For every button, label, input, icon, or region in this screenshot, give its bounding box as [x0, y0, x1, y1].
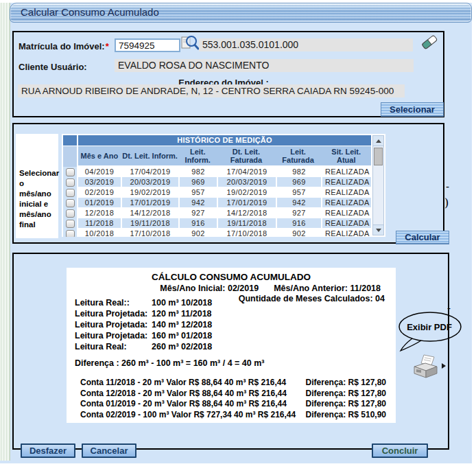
column-header: Leit. Inform. [179, 146, 216, 165]
printer-arrow-icon [442, 363, 446, 369]
stray-mark: ) [444, 196, 449, 209]
leitura-value: 160 m³ 01/2018 [152, 331, 212, 342]
matricula-label-text: Matrícula do Imóvel: [19, 41, 105, 51]
conta-diferenca: Diferença: R$ 127,80 [306, 399, 386, 410]
window-titlebar: Calcular Consumo Acumulado [10, 3, 472, 23]
scrollbar-thumb[interactable] [374, 148, 383, 165]
leituras-list: Leitura Real::100 m³ 10/2018Leitura Proj… [75, 298, 388, 353]
leitura-value: 140 m³ 12/2018 [152, 320, 212, 331]
cliente-field: EVALDO ROSA DO NASCIMENTO [115, 59, 414, 72]
row-select-checkbox[interactable] [66, 230, 75, 238]
leitura-label: Leitura Real:: [75, 298, 152, 309]
table-cell: REALIZADA [322, 229, 371, 237]
cliente-label: Cliente Usuário: [19, 62, 87, 72]
table-cell: 12/2018 [78, 208, 121, 218]
matricula-codigo-field: 553.001.035.0101.000 [199, 38, 413, 51]
table-scrollbar[interactable] [372, 135, 384, 235]
table-cell: 14/12/2018 [122, 208, 178, 218]
table-row: 11/201819/11/201891619/11/2018916REALIZA… [78, 218, 371, 228]
calcular-button[interactable]: Calcular [396, 231, 449, 244]
search-icon[interactable] [180, 34, 200, 53]
scroll-down-button[interactable] [373, 224, 383, 235]
table-cell: 19/02/2019 [122, 187, 178, 197]
concluir-button[interactable]: Concluir [372, 443, 428, 458]
side-instruction: Selecionar o mês/ano inicial e mês/ano f… [16, 134, 58, 238]
conta-line: Conta 02/2019 - 100 m³ Valor R$ 727,34 4… [80, 410, 386, 421]
endereco-field: RUA ARNOUD RIBEIRO DE ANDRADE, N, 12 - C… [18, 84, 405, 97]
table-cell: 14/12/2018 [218, 208, 276, 218]
matricula-input[interactable] [115, 38, 180, 52]
page-edge-right [472, 0, 476, 473]
table-cell: 02/2019 [78, 187, 121, 197]
selecionar-button[interactable]: Selecionar [381, 102, 444, 116]
historico-panel: Selecionar o mês/ano inicial e mês/ano f… [12, 123, 444, 244]
leitura-value: 100 m³ 10/2018 [152, 298, 212, 309]
table-cell: REALIZADA [322, 208, 371, 218]
table-cell: 19/11/2018 [122, 218, 178, 228]
leitura-line: Leitura Real:260 m³ 02/2018 [75, 342, 388, 353]
table-row: 04/201917/04/201998217/04/2019982REALIZA… [78, 167, 371, 176]
checkbox-column [63, 135, 77, 235]
table-cell: 17/10/2018 [218, 229, 276, 237]
leitura-label: Leitura Projetada: [75, 331, 152, 342]
leitura-label: Leitura Projetada: [75, 320, 152, 331]
conta-text: Conta 12/2018 - 20 m³ Valor R$ 88,64 40 … [80, 389, 287, 400]
table-cell: 20/03/2019 [122, 177, 178, 187]
table-row: 02/201919/02/201995719/02/2019957REALIZA… [78, 187, 371, 197]
leitura-value: 260 m³ 02/2018 [152, 342, 212, 353]
cancelar-button[interactable]: Cancelar [82, 443, 136, 458]
row-select-checkbox[interactable] [66, 189, 75, 197]
table-cell: 17/04/2019 [218, 167, 276, 176]
table-cell: 19/11/2018 [218, 218, 276, 228]
conta-line: Conta 11/2018 - 20 m³ Valor R$ 88,64 40 … [80, 378, 386, 389]
historico-rows: 04/201917/04/201998217/04/2019982REALIZA… [78, 167, 371, 237]
eraser-icon[interactable] [420, 33, 439, 51]
table-cell: 902 [180, 229, 217, 237]
row-select-checkbox[interactable] [66, 220, 75, 228]
leitura-line: Leitura Projetada:120 m³ 11/2018 [75, 309, 388, 320]
checkbox-cell [63, 218, 77, 229]
conta-text: Conta 11/2018 - 20 m³ Valor R$ 88,64 40 … [80, 378, 286, 389]
table-cell: 03/2019 [78, 177, 121, 187]
column-header: Mês e Ano [78, 146, 121, 165]
imovel-panel: Matrícula do Imóvel:* 553.001.035.0101.0… [12, 31, 444, 117]
stray-mark: - [447, 302, 451, 314]
page-title: Calcular Consumo Acumulado [21, 6, 159, 18]
contas-list: Conta 11/2018 - 20 m³ Valor R$ 88,64 40 … [75, 378, 388, 420]
checkbox-cell [63, 187, 77, 198]
table-cell: REALIZADA [322, 167, 371, 176]
table-cell: 20/03/2019 [218, 177, 276, 187]
table-cell: 982 [277, 167, 321, 176]
checkbox-cell [63, 167, 77, 177]
exibir-pdf-label: Exibir PDF [407, 322, 452, 332]
matricula-label: Matrícula do Imóvel:* [19, 41, 109, 51]
row-select-checkbox[interactable] [66, 178, 75, 187]
table-cell: 17/10/2018 [122, 229, 178, 237]
conta-diferenca: Diferença: R$ 127,80 [306, 389, 386, 400]
page-edge-decoration [0, 2, 10, 461]
table-cell: 01/2019 [78, 198, 121, 207]
table-cell: 10/2018 [78, 229, 121, 237]
table-cell: 17/01/2019 [122, 198, 178, 207]
historico-table: HISTÓRICO DE MEDIÇÃO Mês e AnoDt. Leit. … [62, 134, 385, 237]
row-select-checkbox[interactable] [66, 168, 75, 176]
calculo-box: CÁLCULO CONSUMO ACUMULADO Mês/Ano Inicia… [67, 268, 396, 423]
conta-diferenca: Diferença: R$ 510,90 [306, 410, 386, 421]
printer-icon[interactable] [411, 354, 440, 381]
page: Calcular Consumo Acumulado Matrícula do … [0, 0, 476, 473]
row-select-checkbox[interactable] [66, 209, 75, 218]
column-header: Leit. Faturada [276, 146, 320, 165]
leitura-label: Leitura Real: [75, 342, 152, 353]
historico-table-main: HISTÓRICO DE MEDIÇÃO Mês e AnoDt. Leit. … [78, 135, 371, 235]
table-cell: REALIZADA [322, 187, 371, 197]
leitura-value: 120 m³ 11/2018 [152, 309, 212, 320]
scroll-up-button[interactable] [373, 136, 383, 146]
historico-header: Mês e AnoDt. Leit. Inform.Leit. Inform.D… [78, 146, 371, 165]
desfazer-button[interactable]: Desfazer [21, 443, 75, 458]
table-cell: 957 [180, 187, 217, 197]
row-select-checkbox[interactable] [66, 199, 75, 207]
table-row: 01/201917/01/201994217/01/2019942REALIZA… [78, 198, 371, 207]
column-header: Dt. Leit. Faturada [217, 146, 275, 165]
table-cell: 957 [277, 187, 321, 197]
table-cell: 982 [180, 167, 217, 176]
